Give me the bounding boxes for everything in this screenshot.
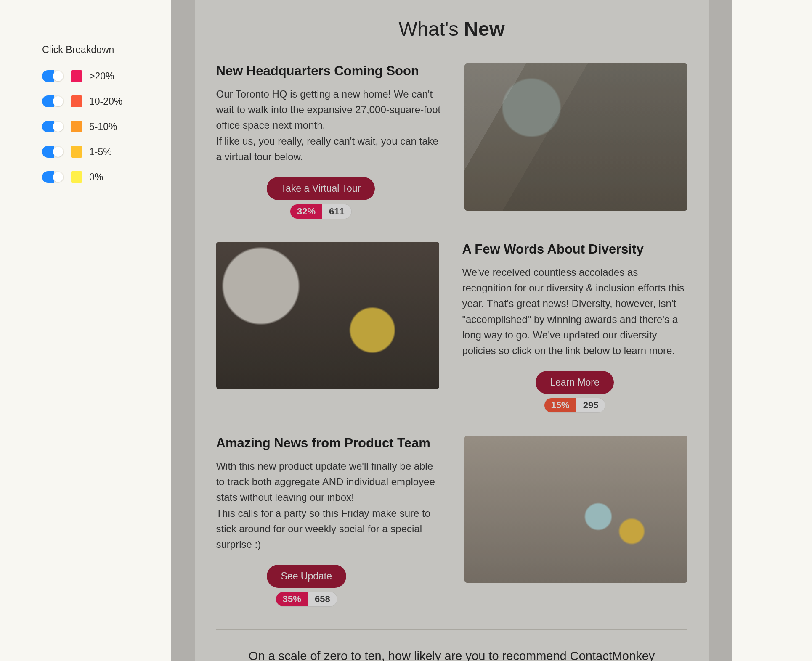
- email-body: What's New New Headquarters Coming Soon …: [195, 0, 709, 661]
- article-cta-button[interactable]: See Update: [267, 565, 346, 588]
- article-body: Our Toronto HQ is getting a new home! We…: [216, 86, 441, 164]
- legend-label: 1-5%: [89, 146, 112, 158]
- legend-row: 0%: [42, 171, 151, 183]
- legend-row: 5-10%: [42, 121, 151, 132]
- legend-row: 1-5%: [42, 146, 151, 158]
- section-title-whats-new: What's New: [216, 17, 687, 40]
- legend-swatch: [71, 95, 82, 107]
- workshop-planning-image: [464, 436, 687, 583]
- article-cta-button[interactable]: Take a Virtual Tour: [267, 177, 375, 200]
- nps-question: On a scale of zero to ten, how likely ar…: [216, 647, 687, 661]
- legend-toggle[interactable]: [42, 146, 64, 158]
- article-cta-group: Take a Virtual Tour 32% 611: [267, 177, 375, 219]
- legend-swatch: [71, 146, 82, 158]
- legend-label: 5-10%: [89, 121, 117, 132]
- article-title: A Few Words About Diversity: [462, 242, 687, 257]
- click-stat-percent: 35%: [276, 592, 308, 606]
- section-title-text: What's: [399, 18, 464, 40]
- email-preview-panel: What's New New Headquarters Coming Soon …: [171, 0, 732, 661]
- team-high-five-image: [216, 242, 439, 389]
- section-title-text-bold: New: [464, 18, 505, 40]
- click-breakdown-panel: Click Breakdown >20% 10-20% 5-10% 1-5% 0…: [42, 44, 151, 196]
- article: A Few Words About Diversity We've receiv…: [216, 242, 687, 412]
- article-body: We've received countless accolades as re…: [462, 264, 687, 358]
- article-cta-group: See Update 35% 658: [267, 565, 346, 606]
- legend-label: 10-20%: [89, 96, 122, 107]
- legend-swatch: [71, 121, 82, 132]
- legend-label: >20%: [89, 71, 114, 82]
- click-stat-count: 658: [308, 592, 337, 606]
- article-cta-group: Learn More 15% 295: [536, 371, 614, 412]
- article-text: Amazing News from Product Team With this…: [216, 436, 441, 606]
- article-body: With this new product update we'll final…: [216, 458, 441, 552]
- article-text: A Few Words About Diversity We've receiv…: [462, 242, 687, 412]
- click-stat-percent: 15%: [544, 398, 576, 412]
- office-interior-image: [464, 63, 687, 211]
- nps-question-line1: On a scale of zero to ten, how likely ar…: [249, 649, 655, 661]
- article-title: New Headquarters Coming Soon: [216, 63, 441, 79]
- article-title: Amazing News from Product Team: [216, 436, 441, 451]
- article-cta-button[interactable]: Learn More: [536, 371, 614, 394]
- divider: [216, 629, 687, 630]
- legend-swatch: [71, 171, 82, 183]
- legend-label: 0%: [89, 172, 103, 183]
- click-stat-pill: 15% 295: [544, 398, 605, 412]
- click-stat-count: 611: [322, 204, 351, 219]
- article: Amazing News from Product Team With this…: [216, 436, 687, 606]
- click-stat-count: 295: [576, 398, 605, 412]
- click-breakdown-title: Click Breakdown: [42, 44, 151, 56]
- click-stat-pill: 35% 658: [276, 592, 337, 606]
- legend-row: >20%: [42, 70, 151, 82]
- legend-swatch: [71, 70, 82, 82]
- legend-row: 10-20%: [42, 95, 151, 107]
- legend-toggle[interactable]: [42, 95, 64, 107]
- divider: [216, 0, 687, 0]
- article-text: New Headquarters Coming Soon Our Toronto…: [216, 63, 441, 219]
- legend-toggle[interactable]: [42, 121, 64, 132]
- legend-toggle[interactable]: [42, 70, 64, 82]
- click-stat-pill: 32% 611: [290, 204, 351, 219]
- article: New Headquarters Coming Soon Our Toronto…: [216, 63, 687, 219]
- click-stat-percent: 32%: [290, 204, 322, 219]
- legend-toggle[interactable]: [42, 171, 64, 183]
